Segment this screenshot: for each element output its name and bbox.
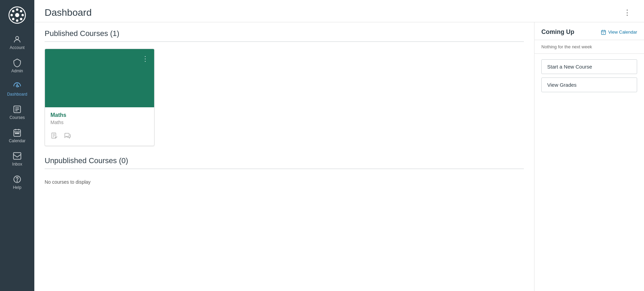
calendar-icon: 3 [601, 29, 606, 35]
sidebar: Account Admin Dashboard Courses [0, 0, 34, 291]
unpublished-courses-section: Unpublished Courses (0) No courses to di… [45, 156, 524, 185]
svg-point-2 [16, 9, 19, 11]
sidebar-item-account[interactable]: Account [0, 30, 34, 53]
assignments-icon[interactable] [50, 132, 58, 141]
svg-point-10 [16, 36, 19, 39]
svg-point-9 [12, 18, 14, 20]
view-grades-button[interactable]: View Grades [541, 77, 637, 92]
course-name: Maths [50, 112, 149, 118]
coming-up-title: Coming Up [541, 28, 574, 36]
courses-area: Published Courses (1) ⋮ Maths Maths [34, 22, 534, 291]
page-header: Dashboard ⋮ [34, 0, 644, 22]
svg-point-4 [11, 14, 13, 16]
svg-point-1 [15, 13, 19, 17]
course-card-maths[interactable]: ⋮ Maths Maths [45, 49, 154, 146]
page-title: Dashboard [45, 7, 92, 18]
right-sidebar-buttons: Start a New Course View Grades [534, 54, 644, 98]
svg-point-6 [12, 10, 14, 12]
course-action-icons [50, 129, 149, 142]
body-area: Published Courses (1) ⋮ Maths Maths [34, 22, 644, 291]
svg-point-5 [22, 14, 24, 16]
discussions-icon[interactable] [64, 132, 71, 141]
svg-point-8 [20, 10, 22, 12]
header-kebab-menu[interactable]: ⋮ [621, 7, 634, 19]
sidebar-item-dashboard[interactable]: Dashboard [0, 77, 34, 100]
sidebar-item-courses[interactable]: Courses [0, 100, 34, 123]
svg-point-19 [17, 181, 18, 182]
main-content: Dashboard ⋮ Published Courses (1) ⋮ Math… [34, 0, 644, 291]
svg-point-3 [16, 20, 19, 22]
svg-rect-16 [18, 133, 19, 134]
sidebar-item-help[interactable]: Help [0, 170, 34, 193]
svg-text:3: 3 [603, 32, 604, 34]
sidebar-item-calendar[interactable]: Calendar [0, 123, 34, 147]
svg-point-7 [20, 18, 22, 20]
no-courses-text: No courses to display [45, 176, 524, 185]
app-logo[interactable] [0, 0, 34, 30]
course-card-body: Maths Maths [45, 107, 154, 146]
right-sidebar: Coming Up 3 View Calendar Nothing for th… [534, 22, 644, 291]
coming-up-header: Coming Up 3 View Calendar [534, 22, 644, 40]
svg-rect-14 [15, 133, 16, 134]
sidebar-item-admin[interactable]: Admin [0, 53, 34, 77]
svg-rect-17 [13, 153, 21, 159]
course-card-header: ⋮ [45, 49, 154, 107]
start-new-course-button[interactable]: Start a New Course [541, 59, 637, 74]
course-subtitle: Maths [50, 120, 149, 125]
coming-up-empty: Nothing for the next week [534, 40, 644, 54]
sidebar-item-inbox[interactable]: Inbox [0, 147, 34, 170]
published-courses-title: Published Courses (1) [45, 29, 524, 42]
course-kebab-menu[interactable]: ⋮ [140, 53, 150, 64]
view-calendar-link[interactable]: 3 View Calendar [601, 29, 637, 35]
svg-rect-15 [17, 133, 18, 134]
unpublished-courses-title: Unpublished Courses (0) [45, 156, 524, 169]
